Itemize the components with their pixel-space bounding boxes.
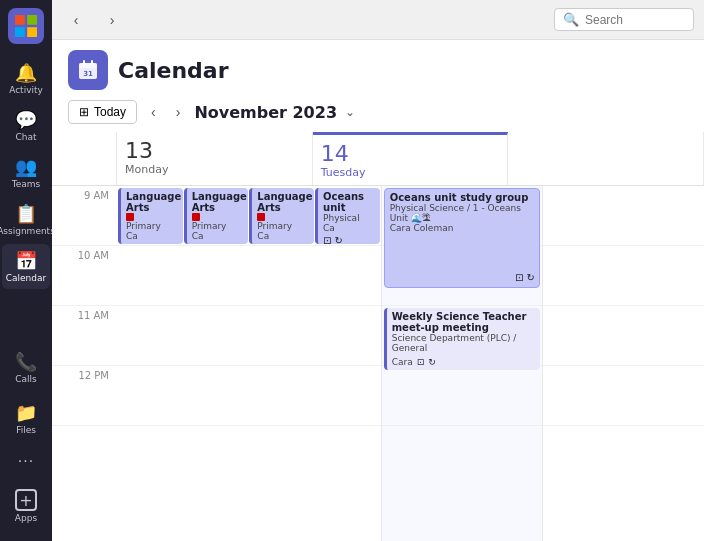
- time-slot-10am: 10 AM: [52, 246, 117, 306]
- day-number-monday: 13: [125, 138, 304, 163]
- event-language-arts-3[interactable]: Language Arts Primary Ca ⊡ ↻: [249, 188, 314, 244]
- day-name-tuesday: Tuesday: [321, 166, 500, 179]
- days-header: 13 Monday 14 Tuesday: [52, 132, 704, 186]
- tuesday-11am-row: Weekly Science Teacher meet-up meeting S…: [382, 306, 542, 366]
- event-oceans-unit[interactable]: Oceans unit Physical Ca ⊡ ↻: [315, 188, 380, 244]
- sidebar-item-chat-label: Chat: [15, 132, 36, 142]
- svg-rect-7: [91, 60, 93, 65]
- today-button[interactable]: ⊞ Today: [68, 100, 137, 124]
- reply-icon: ⊡: [192, 243, 200, 244]
- calendar-toolbar: ⊞ Today ‹ › November 2023 ⌄: [52, 96, 704, 132]
- wednesday-12pm-row: [543, 366, 704, 426]
- svg-rect-5: [79, 63, 97, 68]
- calendar-icon: 📅: [15, 250, 37, 271]
- svg-rect-0: [15, 15, 25, 25]
- current-month: November 2023: [194, 103, 337, 122]
- month-dropdown-icon[interactable]: ⌄: [345, 105, 355, 119]
- event-person: Ca: [126, 231, 178, 241]
- event-color-dot: [126, 213, 134, 221]
- reply-icon: ⊡: [323, 235, 331, 244]
- event-person: Ca: [323, 223, 375, 233]
- event-subtitle: Primary: [192, 221, 244, 231]
- calendar-body: 9 AM 10 AM 11 AM 12 PM Language Arts: [52, 186, 704, 541]
- svg-rect-6: [83, 60, 85, 65]
- teams-icon: 👥: [15, 156, 37, 177]
- sidebar-item-apps[interactable]: + Apps: [2, 483, 50, 529]
- event-action-icons: ⊡ ↻: [192, 243, 244, 244]
- monday-9am-row: Language Arts Primary Ca ⊡ ↻: [117, 186, 381, 246]
- event-person: Cara: [392, 357, 413, 367]
- time-column: 9 AM 10 AM 11 AM 12 PM: [52, 186, 117, 541]
- sidebar-item-assignments[interactable]: 📋 Assignments: [2, 197, 50, 242]
- sidebar-item-calendar-label: Calendar: [6, 273, 46, 283]
- files-icon: 📁: [15, 402, 37, 423]
- event-subtitle: Science Department (PLC) / General: [392, 333, 535, 353]
- sidebar-item-apps-label: Apps: [15, 513, 37, 523]
- sidebar-bottom: 📞 Calls 📁 Files ··· + Apps: [2, 345, 50, 541]
- prev-month-button[interactable]: ‹: [145, 100, 162, 124]
- calendar-grid: 13 Monday 14 Tuesday 9 AM 10 AM 11 AM 12…: [52, 132, 704, 541]
- time-slot-11am: 11 AM: [52, 306, 117, 366]
- event-language-arts-1[interactable]: Language Arts Primary Ca ⊡ ↻: [118, 188, 183, 244]
- sidebar-item-chat[interactable]: 💬 Chat: [2, 103, 50, 148]
- monday-10am-row: [117, 246, 381, 306]
- event-oceans-study-group[interactable]: Oceans unit study group Physical Science…: [384, 188, 540, 288]
- app-logo: [8, 8, 44, 44]
- column-tuesday: Oceans unit study group Physical Science…: [382, 186, 543, 541]
- event-weekly-science[interactable]: Weekly Science Teacher meet-up meeting S…: [384, 308, 540, 370]
- event-subtitle: Physical Science / 1 - Oceans Unit 🌊🏝: [390, 203, 534, 223]
- assignments-icon: 📋: [15, 203, 37, 224]
- sidebar-item-files[interactable]: 📁 Files: [2, 396, 50, 441]
- column-wednesday: [543, 186, 704, 541]
- next-month-button[interactable]: ›: [170, 100, 187, 124]
- wednesday-9am-row: [543, 186, 704, 246]
- sidebar-item-calendar[interactable]: 📅 Calendar: [2, 244, 50, 289]
- event-language-arts-2[interactable]: Language Arts Primary Ca ⊡ ↻: [184, 188, 249, 244]
- sidebar-item-teams[interactable]: 👥 Teams: [2, 150, 50, 195]
- sidebar-item-activity-label: Activity: [9, 85, 43, 95]
- event-person: Ca: [257, 231, 309, 241]
- event-subtitle: Primary: [126, 221, 178, 231]
- event-subtitle: Primary: [257, 221, 309, 231]
- calendar-title: Calendar: [118, 58, 229, 83]
- event-action-icons: ⊡ ↻: [323, 235, 375, 244]
- svg-text:31: 31: [83, 70, 93, 78]
- calendar-header: 31 Calendar: [52, 40, 704, 96]
- topbar: ‹ › 🔍: [52, 0, 704, 40]
- apps-icon: +: [15, 489, 37, 511]
- day-header-wednesday: [508, 132, 704, 185]
- reply-icon: ⊡: [515, 272, 523, 283]
- search-input[interactable]: [585, 13, 685, 27]
- sidebar-item-calls[interactable]: 📞 Calls: [2, 345, 50, 390]
- event-subtitle: Physical: [323, 213, 375, 223]
- sidebar-item-more[interactable]: ···: [2, 447, 50, 477]
- chat-icon: 💬: [15, 109, 37, 130]
- sidebar-item-activity[interactable]: 🔔 Activity: [2, 56, 50, 101]
- reply-icon: ⊡: [126, 243, 134, 244]
- event-title: Language Arts: [192, 191, 244, 213]
- sync-icon: ↻: [269, 243, 277, 244]
- back-button[interactable]: ‹: [62, 6, 90, 34]
- day-header-tuesday: 14 Tuesday: [313, 132, 509, 185]
- day-header-monday: 13 Monday: [117, 132, 313, 185]
- time-header: [52, 132, 117, 185]
- calls-icon: 📞: [15, 351, 37, 372]
- event-title: Language Arts: [126, 191, 178, 213]
- svg-rect-2: [15, 27, 25, 37]
- today-label: Today: [94, 105, 126, 119]
- monday-11am-row: [117, 306, 381, 366]
- event-color-dot: [192, 213, 200, 221]
- grid-icon: ⊞: [79, 105, 89, 119]
- more-icon: ···: [18, 453, 34, 469]
- wednesday-10am-row: [543, 246, 704, 306]
- event-action-icons: ⊡ ↻: [126, 243, 178, 244]
- sidebar-item-calls-label: Calls: [15, 374, 37, 384]
- sidebar-item-assignments-label: Assignments: [0, 226, 55, 236]
- forward-button[interactable]: ›: [98, 6, 126, 34]
- event-action-icons: ⊡ ↻: [515, 272, 535, 283]
- main-content: ‹ › 🔍 31 Calendar ⊞ Today ‹ › November 2…: [52, 0, 704, 541]
- activity-icon: 🔔: [15, 62, 37, 83]
- monday-12pm-row: [117, 366, 381, 426]
- sync-icon: ↻: [428, 357, 436, 367]
- tuesday-12pm-row: [382, 366, 542, 426]
